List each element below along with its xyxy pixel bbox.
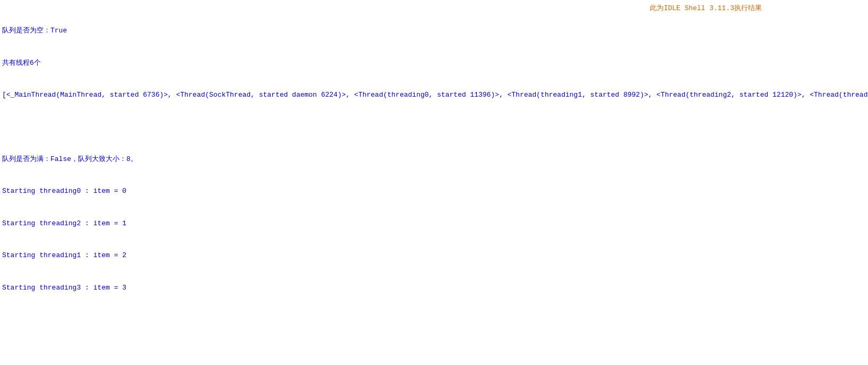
header-note: 此为IDLE Shell 3.11.3执行结果 xyxy=(650,3,762,13)
output-line: 队列是否为空：True xyxy=(2,26,866,36)
output-line xyxy=(2,315,866,325)
output-line xyxy=(2,122,866,133)
console-output: 队列是否为空：True 共有线程6个 [<_MainThread(MainThr… xyxy=(0,0,868,365)
output-line: 队列是否为满：False，队列大致大小：8。 xyxy=(2,154,866,165)
output-line: Starting threading2 : item = 1 xyxy=(2,218,866,229)
output-line: Starting threading0 : item = 0 xyxy=(2,186,866,197)
output-line xyxy=(2,347,866,358)
output-line: [<_MainThread(MainThread, started 6736)>… xyxy=(2,90,866,100)
output-line: Starting threading1 : item = 2 xyxy=(2,250,866,261)
output-line: Starting threading3 : item = 3 xyxy=(2,283,866,293)
output-line: 共有线程6个 xyxy=(2,58,866,69)
